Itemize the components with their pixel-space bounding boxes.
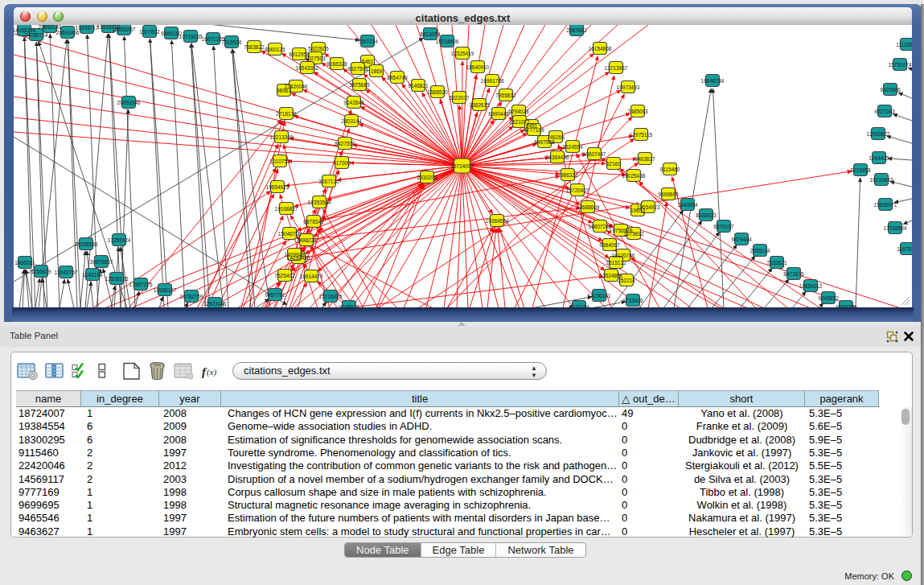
svg-text:1167533: 1167533 — [897, 246, 912, 252]
svg-text:7625402: 7625402 — [274, 273, 295, 278]
svg-text:1409948: 1409948 — [284, 252, 305, 257]
svg-text:3498222: 3498222 — [296, 237, 317, 243]
svg-text:12353594: 12353594 — [308, 200, 331, 205]
svg-text:16543362: 16543362 — [296, 65, 319, 71]
svg-text:8454749: 8454749 — [387, 75, 408, 80]
svg-text:7986322: 7986322 — [557, 172, 578, 178]
svg-text:8878342: 8878342 — [303, 219, 324, 225]
svg-text:19654923: 19654923 — [266, 184, 290, 190]
svg-text:10958107: 10958107 — [154, 287, 177, 293]
svg-text:1733426: 1733426 — [622, 298, 643, 303]
svg-text:9457791: 9457791 — [265, 292, 285, 298]
svg-text:1010755: 1010755 — [269, 159, 290, 164]
svg-text:9227343: 9227343 — [874, 109, 895, 114]
svg-text:10719155: 10719155 — [179, 34, 203, 39]
svg-text:11123511: 11123511 — [896, 42, 912, 47]
svg-text:7515526: 7515526 — [221, 39, 242, 45]
svg-text:9177169: 9177169 — [569, 304, 589, 308]
svg-text:98961: 98961 — [277, 88, 291, 93]
svg-text:18807249: 18807249 — [589, 224, 612, 229]
svg-text:1244415: 1244415 — [869, 155, 889, 161]
svg-text:15716485: 15716485 — [319, 294, 343, 299]
svg-text:9327508: 9327508 — [347, 66, 368, 72]
svg-text:8186328: 8186328 — [326, 61, 347, 67]
svg-text:14136141: 14136141 — [588, 293, 611, 299]
svg-text:1640954: 1640954 — [677, 202, 698, 208]
svg-text:10973493: 10973493 — [617, 84, 640, 90]
svg-text:1156829: 1156829 — [31, 269, 51, 274]
svg-text:9329966: 9329966 — [880, 87, 901, 93]
svg-text:18724007: 18724007 — [450, 163, 474, 169]
svg-text:417006: 417006 — [333, 160, 351, 166]
svg-text:19218506: 19218506 — [436, 39, 459, 44]
svg-text:12213369: 12213369 — [270, 134, 294, 140]
svg-text:10807487: 10807487 — [583, 151, 606, 157]
svg-text:19393717: 19393717 — [76, 25, 99, 31]
svg-text:6794028: 6794028 — [508, 109, 529, 114]
svg-text:12975115: 12975115 — [630, 132, 653, 138]
svg-text:9694056: 9694056 — [836, 304, 856, 308]
svg-text:20691406: 20691406 — [56, 30, 80, 35]
svg-text:12505135: 12505135 — [105, 276, 129, 282]
svg-text:8813054: 8813054 — [420, 31, 441, 37]
svg-text:30975657: 30975657 — [90, 259, 113, 265]
svg-text:19384554: 19384554 — [486, 218, 509, 224]
svg-text:1075692: 1075692 — [623, 231, 644, 237]
svg-text:24055714: 24055714 — [25, 32, 48, 38]
svg-text:12923446: 12923446 — [203, 301, 227, 307]
svg-text:16648784: 16648784 — [701, 78, 725, 84]
svg-text:20206556: 20206556 — [75, 241, 98, 247]
svg-text:19166827: 19166827 — [275, 206, 298, 212]
svg-text:9242848: 9242848 — [343, 100, 364, 105]
svg-text:16782759: 16782759 — [180, 294, 203, 299]
svg-text:1362615: 1362615 — [469, 102, 490, 108]
svg-text:16914479: 16914479 — [300, 274, 323, 279]
svg-text:16154808: 16154808 — [589, 46, 612, 51]
svg-text:8938923: 8938923 — [696, 212, 717, 218]
svg-text:16210643: 16210643 — [870, 177, 893, 183]
svg-text:8990448: 8990448 — [488, 111, 509, 117]
svg-text:15751074: 15751074 — [889, 62, 912, 68]
svg-text:10653287: 10653287 — [113, 27, 136, 32]
svg-text:15720407: 15720407 — [566, 187, 589, 193]
svg-text:8960125: 8960125 — [265, 47, 285, 52]
svg-text:1588520: 1588520 — [427, 89, 448, 95]
svg-text:20053346: 20053346 — [117, 100, 141, 105]
svg-text:7485063: 7485063 — [627, 109, 648, 114]
svg-text:10688609: 10688609 — [577, 204, 600, 210]
svg-text:1869: 1869 — [371, 68, 383, 74]
svg-text:9115460: 9115460 — [660, 167, 680, 172]
svg-text:9463627: 9463627 — [634, 156, 655, 162]
svg-text:18640910: 18640910 — [466, 64, 490, 70]
svg-text:6497568: 6497568 — [534, 139, 555, 145]
svg-text:15046766: 15046766 — [278, 231, 302, 237]
svg-text:1435061: 1435061 — [14, 260, 35, 266]
svg-text:5322037: 5322037 — [449, 95, 470, 101]
svg-text:9777169: 9777169 — [524, 127, 544, 133]
svg-text:5322605: 5322605 — [308, 46, 329, 51]
svg-text:3267130: 3267130 — [318, 179, 339, 184]
svg-text:3875685: 3875685 — [349, 82, 370, 88]
svg-text:16120746: 16120746 — [612, 253, 635, 258]
svg-text:17016504: 17016504 — [884, 225, 907, 231]
svg-text:10654112: 10654112 — [799, 283, 823, 289]
svg-text:9146821: 9146821 — [408, 83, 429, 89]
svg-text:2935114: 2935114 — [750, 248, 770, 253]
svg-text:12093822: 12093822 — [867, 131, 890, 137]
svg-text:12213967: 12213967 — [605, 65, 628, 71]
svg-text:252214: 252214 — [618, 278, 635, 283]
svg-text:9684067: 9684067 — [599, 242, 620, 248]
svg-text:7663822: 7663822 — [244, 44, 265, 50]
svg-text:7357224: 7357224 — [357, 39, 378, 44]
svg-text:7955812: 7955812 — [495, 93, 516, 98]
svg-text:746266: 746266 — [547, 134, 565, 140]
svg-text:7632621: 7632621 — [766, 260, 787, 266]
svg-text:16961758: 16961758 — [481, 78, 504, 84]
svg-text:3624554: 3624554 — [562, 144, 583, 150]
svg-text:17957225: 17957225 — [129, 282, 153, 287]
svg-text:9327503: 9327503 — [305, 56, 326, 61]
svg-text:5461: 5461 — [362, 59, 374, 64]
svg-text:2718176: 2718176 — [276, 111, 297, 117]
svg-text:8215958: 8215958 — [850, 167, 871, 173]
svg-text:62160: 62160 — [606, 161, 621, 167]
